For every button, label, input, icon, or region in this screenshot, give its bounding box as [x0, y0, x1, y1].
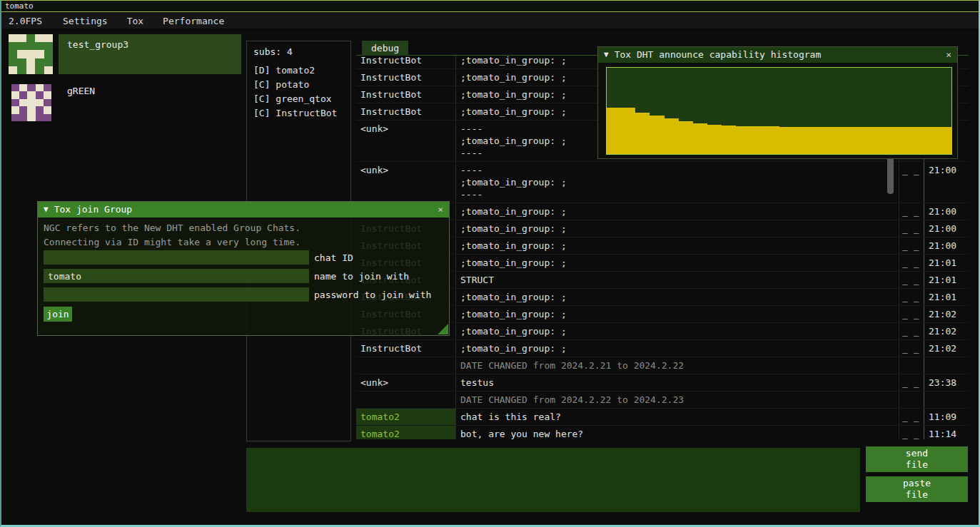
histogram-plot	[606, 67, 952, 155]
join-button[interactable]: join	[44, 307, 72, 322]
chat-cell-time: 21:01	[924, 255, 969, 271]
chat-cell-flags: _ _	[899, 426, 924, 439]
group-item-test-group3[interactable]: test_group3	[1, 33, 244, 76]
histogram-window-titlebar[interactable]: ▼ Tox DHT announce capability histogram …	[598, 47, 957, 63]
chat-message-row: InstructBot;tomato_in_group: ;_ _21:02	[356, 340, 969, 357]
chat-cell-msg: testus	[456, 374, 899, 391]
paste-file-button[interactable]: paste file	[866, 476, 968, 502]
collapse-icon[interactable]: ▼	[44, 202, 49, 218]
chat-cell-time: 11:14	[924, 426, 969, 439]
join-window-body: NGC refers to the New DHT enabled Group …	[38, 218, 449, 335]
collapse-icon[interactable]: ▼	[604, 47, 609, 63]
chat-cell-name: tomato2	[356, 426, 456, 439]
chat-cell-msg: chat is this real?	[456, 409, 899, 425]
window-titlebar: tomato	[1, 1, 979, 12]
histogram-bar	[909, 127, 923, 154]
histogram-bar	[707, 125, 722, 154]
chat-cell-name: InstructBot	[356, 86, 456, 103]
join-group-window: ▼ Tox join Group × NGC refers to the New…	[37, 201, 450, 336]
chat-cell-flags: _ _	[899, 374, 924, 391]
chat-cell-time: 21:02	[924, 340, 969, 357]
chat-cell-flags: _ _	[899, 220, 924, 237]
menu-performance[interactable]: Performance	[163, 16, 224, 26]
chat-cell-msg: ;tomato_in_group: ;	[456, 255, 899, 271]
chat-cell-time: 21:02	[924, 323, 969, 339]
close-icon[interactable]: ×	[438, 202, 443, 218]
message-input[interactable]	[246, 448, 860, 512]
chat-cell-time: 21:00	[924, 203, 969, 220]
histogram-bar	[722, 126, 736, 154]
chat-cell-flags: _ _	[899, 289, 924, 305]
menu-settings[interactable]: Settings	[63, 16, 108, 26]
chat-message-row: <unk>---- ;tomato_in_group: ; ----_ _21:…	[356, 162, 969, 203]
chat-cell-name: InstructBot	[356, 56, 456, 68]
chat-cell-time: 21:01	[924, 272, 969, 288]
chat-cell-flags: _ _	[899, 340, 924, 357]
chat-cell-flags	[899, 357, 924, 374]
histogram-bar	[837, 127, 851, 154]
chat-cell-name: <unk>	[356, 374, 456, 391]
histogram-bar	[923, 127, 937, 154]
subs-list-item[interactable]: [C] InstructBot	[247, 106, 350, 121]
histogram-bar	[808, 127, 822, 154]
group-avatar-icon	[9, 34, 53, 74]
histogram-bar	[779, 127, 794, 154]
chat-message-row: <unk>testus_ _23:38	[356, 374, 969, 392]
field-row: chat ID	[44, 250, 353, 265]
app-window: tomato 2.0FPS Settings Tox Performance t…	[0, 0, 980, 527]
send-file-button[interactable]: send file	[866, 446, 968, 472]
chat-cell-name: tomato2	[356, 409, 456, 425]
subs-count-label: subs: 4	[253, 46, 350, 57]
chat-message-row: tomato2bot, are you new here?_ _11:14	[356, 426, 969, 439]
chat-cell-flags: _ _	[899, 162, 924, 203]
fps-counter: 2.0FPS	[9, 16, 63, 26]
chat-id-input[interactable]	[44, 250, 309, 265]
chat-cell-msg: ---- ;tomato_in_group: ; ----	[456, 162, 899, 203]
histogram-bar	[736, 126, 750, 154]
subs-list-item[interactable]: [D] tomato2	[247, 63, 350, 78]
chat-cell-name	[356, 357, 456, 374]
chat-cell-name: <unk>	[356, 121, 456, 161]
chat-cell-time: 21:02	[924, 306, 969, 322]
chat-cell-time: 23:38	[924, 374, 969, 391]
histogram-window-title: Tox DHT announce capability histogram	[615, 47, 822, 63]
group-item-green[interactable]: gREEN	[1, 83, 244, 123]
histogram-bar	[750, 126, 764, 154]
chat-cell-flags: _ _	[899, 409, 924, 425]
histogram-bar	[621, 108, 635, 154]
chat-cell-flags	[899, 392, 924, 408]
chat-cell-msg: ;tomato_in_group: ;	[456, 306, 899, 322]
chat-cell-flags: _ _	[899, 255, 924, 271]
chat-cell-name	[356, 392, 456, 408]
chat-cell-time: 11:09	[924, 409, 969, 425]
join-name-input[interactable]	[44, 269, 309, 283]
histogram-bar	[894, 127, 909, 154]
chat-cell-time: 21:00	[924, 237, 969, 254]
join-window-titlebar[interactable]: ▼ Tox join Group ×	[38, 202, 449, 218]
field-row: password to join with	[44, 287, 431, 302]
histogram-bar	[794, 127, 808, 154]
resize-grip[interactable]	[438, 324, 448, 334]
chat-cell-flags: _ _	[899, 323, 924, 339]
group-name: gREEN	[67, 86, 95, 96]
chat-cell-name: <unk>	[356, 162, 456, 203]
menu-tox[interactable]: Tox	[127, 16, 143, 26]
tab-debug[interactable]: debug	[362, 41, 408, 56]
join-name-label: name to join with	[314, 271, 409, 282]
chat-cell-msg: ;tomato_in_group: ;	[456, 289, 899, 305]
chat-cell-name: InstructBot	[356, 69, 456, 86]
histogram-bar	[650, 116, 664, 154]
histogram-window: ▼ Tox DHT announce capability histogram …	[597, 46, 958, 159]
chat-cell-flags: _ _	[899, 237, 924, 254]
chat-cell-msg: ;tomato_in_group: ;	[456, 323, 899, 339]
subs-list-item[interactable]: [C] green_qtox	[247, 92, 350, 106]
ngc-info-line: Connecting via ID might take a very long…	[44, 237, 300, 247]
histogram-bar	[665, 118, 679, 154]
join-password-label: password to join with	[314, 290, 431, 300]
subs-list-item[interactable]: [C] potato	[247, 78, 350, 92]
chat-cell-time: 21:00	[924, 220, 969, 237]
join-password-input[interactable]	[44, 287, 309, 302]
chat-cell-name: InstructBot	[356, 103, 456, 120]
histogram-bar	[635, 113, 650, 154]
close-icon[interactable]: ×	[946, 47, 951, 63]
